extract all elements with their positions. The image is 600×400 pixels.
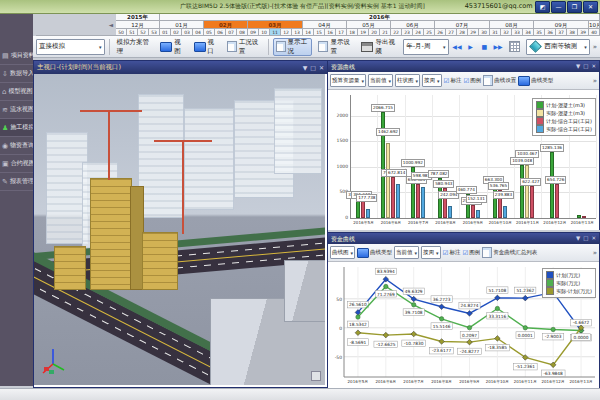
timeline-week-cell[interactable]: 18 xyxy=(347,29,358,36)
timeline-week-cell[interactable]: 15 xyxy=(314,29,325,36)
timeline-month-cell[interactable]: 06月 xyxy=(391,21,435,29)
viewport-mini-button[interactable] xyxy=(311,371,321,381)
fund-line-chart[interactable]: 500-502016年5月2016年6月2016年7月2016年8月2016年9… xyxy=(328,262,599,388)
timeline-week-cell[interactable]: 33 xyxy=(512,29,523,36)
simulation-plan-manage-button[interactable]: 模拟方案管理 xyxy=(113,38,154,56)
timeline-month-cell[interactable]: 05月 xyxy=(347,21,391,29)
timeline-week-cell[interactable]: 40 xyxy=(589,29,600,36)
fund-tool-select[interactable]: 曲线图▾ xyxy=(330,246,355,259)
resource-tool-select[interactable]: 柱状图▾ xyxy=(395,74,420,87)
timeline-week-cell[interactable]: 19 xyxy=(358,29,369,36)
timeline-week-cell[interactable]: 09 xyxy=(248,29,259,36)
fund-tool-button[interactable]: 资金曲线汇总列表 xyxy=(482,247,537,258)
export-video-button[interactable]: 导出视频 xyxy=(358,38,400,56)
resource-tool-select[interactable]: 预算资源量▾ xyxy=(330,74,366,87)
view-button[interactable]: 视图 xyxy=(157,38,187,56)
timeline-week-cell[interactable]: 36 xyxy=(545,29,556,36)
timeline-week-cell[interactable]: 32 xyxy=(501,29,512,36)
timeline-week-cell[interactable]: 51 xyxy=(127,29,138,36)
timeline-week-cell[interactable]: 11 xyxy=(270,29,281,36)
close-icon[interactable]: ✕ xyxy=(319,61,324,74)
fund-tool-checkbox[interactable]: ☑图例 xyxy=(462,249,480,257)
sidebar-item-construction-worker[interactable]: ♟施工模拟 xyxy=(0,119,33,137)
timeline-week-cell[interactable]: 03 xyxy=(182,29,193,36)
timeline-month-cell[interactable]: 07月 xyxy=(435,21,490,29)
maximize-button[interactable]: ❐ xyxy=(567,1,582,13)
fund-tool-button[interactable]: 曲线类型 xyxy=(357,248,392,258)
timeline-week-cell[interactable]: 27 xyxy=(446,29,457,36)
timeline-week-cell[interactable]: 26 xyxy=(435,29,446,36)
account-label[interactable]: 453715601@qq.com ▾ xyxy=(465,2,538,10)
stop-button[interactable]: ■ xyxy=(479,40,490,53)
timeline-week-cell[interactable]: 25 xyxy=(424,29,435,36)
resource-tool-button[interactable]: 曲线类型 xyxy=(518,76,553,86)
sidebar-item-contract-view[interactable]: ▣合约视图 xyxy=(0,155,33,173)
timeline-week-cell[interactable]: 29 xyxy=(468,29,479,36)
timeline-week-cell[interactable]: 28 xyxy=(457,29,468,36)
work-condition-settings-button[interactable]: 工况设置 xyxy=(224,38,264,56)
show-work-condition-toggle[interactable]: 显示工况 xyxy=(273,38,313,56)
resource-tool-select[interactable]: 按周▾ xyxy=(422,74,442,87)
timeline-week-cell[interactable]: 17 xyxy=(336,29,347,36)
timeline-week-cell[interactable]: 53 xyxy=(149,29,160,36)
timeline-week-cell[interactable]: 38 xyxy=(567,29,578,36)
viewport-button[interactable]: 视口 xyxy=(191,38,221,56)
sidebar-item-material-search[interactable]: ◉物资查询 xyxy=(0,137,33,155)
timeline-week-cell[interactable]: 35 xyxy=(534,29,545,36)
maximize-icon[interactable]: □ xyxy=(310,61,316,74)
display-settings-button[interactable]: 显示设置 xyxy=(315,38,355,56)
resource-tool-overflow-button[interactable]: » xyxy=(593,77,597,85)
gantt-timeline[interactable]: 2015年2016年 12月01月02月03月04月05月06月07月08月09… xyxy=(116,13,600,36)
pin-icon[interactable]: ▼ xyxy=(303,61,308,74)
toolbar-overflow-button[interactable]: » xyxy=(593,43,597,51)
timeline-month-cell[interactable]: 10月 xyxy=(589,21,600,29)
play-button[interactable]: ▶ xyxy=(465,40,476,53)
pin-icon[interactable]: ▼ xyxy=(576,233,580,244)
timeline-week-cell[interactable]: 23 xyxy=(402,29,413,36)
sidebar-item-project-folder[interactable]: ▤项目资料 xyxy=(0,47,33,65)
timeline-week-cell[interactable]: 30 xyxy=(479,29,490,36)
timeline-week-cell[interactable]: 50 xyxy=(116,29,127,36)
timeline-week-cell[interactable]: 05 xyxy=(204,29,215,36)
timescale-select[interactable]: 年-月-周▾ xyxy=(403,39,448,55)
timeline-week-cell[interactable]: 02 xyxy=(171,29,182,36)
timeline-week-cell[interactable]: 07 xyxy=(226,29,237,36)
resource-tool-button[interactable]: 曲线设置 xyxy=(483,75,516,86)
pin-icon[interactable]: ▼ xyxy=(576,61,580,72)
rewind-button[interactable]: ◀◀ xyxy=(452,40,463,53)
resource-bar-chart[interactable]: 05001000150020002016年5月2016年6月2016年7月201… xyxy=(328,90,599,230)
timeline-week-cell[interactable]: 04 xyxy=(193,29,204,36)
resource-tool-checkbox[interactable]: ☑图例 xyxy=(463,77,481,85)
3d-scene[interactable] xyxy=(34,74,325,385)
fund-tool-select[interactable]: 按周▾ xyxy=(421,246,441,259)
timeline-month-cell[interactable]: 09月 xyxy=(534,21,589,29)
timeline-week-cell[interactable]: 31 xyxy=(490,29,501,36)
sidebar-item-data-import[interactable]: ⇩数据导入 xyxy=(0,65,33,83)
help-button[interactable]: ◩ xyxy=(535,1,550,13)
timeline-week-cell[interactable]: 24 xyxy=(413,29,424,36)
grid-view-button[interactable] xyxy=(506,38,523,56)
timeline-week-cell[interactable]: 13 xyxy=(292,29,303,36)
timeline-week-cell[interactable]: 39 xyxy=(578,29,589,36)
timeline-gutter[interactable]: ◄ xyxy=(36,13,116,36)
timeline-week-cell[interactable]: 20 xyxy=(369,29,380,36)
timeline-month-cell[interactable]: 03月 xyxy=(248,21,303,29)
timeline-month-cell[interactable]: 12月 xyxy=(116,21,160,29)
fund-tool-checkbox[interactable]: ☑标注 xyxy=(443,249,461,257)
resource-tool-select[interactable]: 当前值▾ xyxy=(368,74,393,87)
timeline-week-cell[interactable]: 06 xyxy=(215,29,226,36)
timeline-week-cell[interactable]: 52 xyxy=(138,29,149,36)
close-icon[interactable]: ✕ xyxy=(591,61,596,72)
forward-button[interactable]: ▶▶ xyxy=(493,40,504,53)
simulation-mode-select[interactable]: 直接模拟▾ xyxy=(36,39,105,55)
timeline-week-cell[interactable]: 12 xyxy=(281,29,292,36)
view-preset-select[interactable]: 西南等轴测▾ xyxy=(526,39,589,55)
sidebar-item-flow-view[interactable]: ≋流水视图 xyxy=(0,101,33,119)
timeline-week-cell[interactable]: 14 xyxy=(303,29,314,36)
close-icon[interactable]: ✕ xyxy=(591,233,596,244)
sidebar-item-report-manage[interactable]: ✎报表管理 xyxy=(0,173,33,191)
fund-tool-select[interactable]: 当前值▾ xyxy=(394,246,419,259)
close-button[interactable]: ✕ xyxy=(583,1,598,13)
timeline-month-cell[interactable]: 01月 xyxy=(160,21,204,29)
maximize-icon[interactable]: □ xyxy=(583,61,588,72)
